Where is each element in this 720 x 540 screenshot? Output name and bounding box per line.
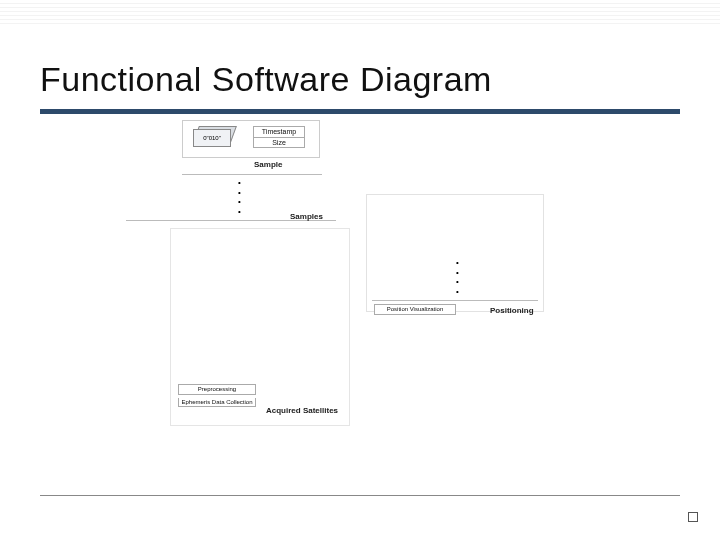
positioning-dots: ••••: [456, 258, 459, 296]
sample-card-label: 0"010": [203, 135, 221, 141]
ruled-top-1: [0, 0, 720, 26]
sample-fields: Timestamp Size: [253, 126, 305, 148]
diagram-canvas: 0"010" Timestamp Size Sample •••• Sample…: [0, 108, 720, 540]
bottom-rule: [40, 495, 680, 496]
samples-top-sep: [182, 174, 322, 175]
positioning-outer: [366, 194, 544, 312]
sample-card: 0"010": [193, 129, 237, 149]
corner-square-icon: [688, 512, 698, 522]
samples-caption: Samples: [290, 212, 323, 221]
acquired-box-preprocessing: Preprocessing: [178, 384, 256, 395]
positioning-sep: [372, 300, 538, 301]
sample-field-size: Size: [253, 138, 305, 149]
acquired-box-ephemeris: Ephemeris Data Collection: [178, 398, 256, 408]
acquired-boxes: Preprocessing Ephemeris Data Collection: [178, 384, 256, 407]
positioning-caption: Positioning: [490, 306, 534, 315]
acquired-caption: Acquired Satellites: [266, 406, 338, 415]
positioning-box: Position Visualization: [374, 304, 456, 315]
page-title: Functional Software Diagram: [40, 60, 680, 99]
sample-caption: Sample: [254, 160, 282, 169]
sample-field-timestamp: Timestamp: [253, 126, 305, 138]
sample-block: 0"010" Timestamp Size: [182, 120, 320, 158]
samples-dots: ••••: [238, 178, 241, 216]
title-wrap: Functional Software Diagram: [0, 26, 720, 103]
positioning-box-label: Position Visualization: [374, 304, 456, 315]
slide: Functional Software Diagram 0"010" Times…: [0, 0, 720, 540]
